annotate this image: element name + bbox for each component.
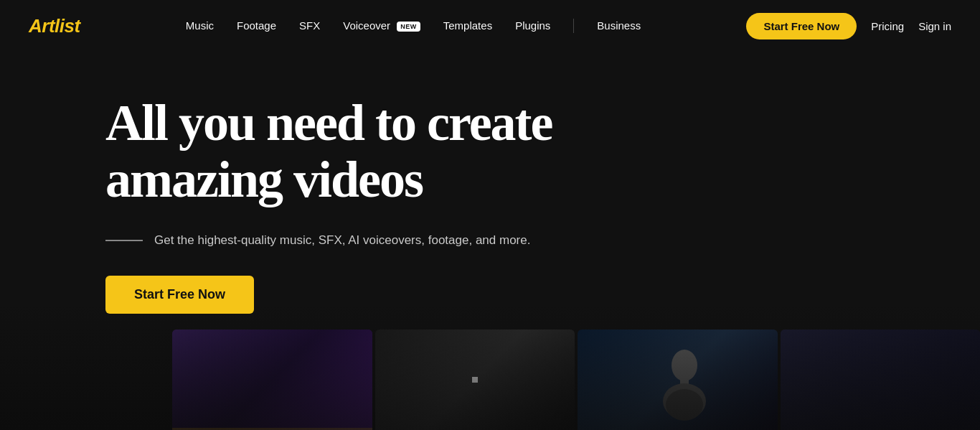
nav-item-music[interactable]: Music	[186, 19, 214, 32]
thumbnail-strip	[0, 315, 980, 430]
hero-section: All you need to create amazing videos Ge…	[0, 52, 980, 430]
nav-item-business[interactable]: Business	[597, 19, 641, 32]
nav-cta-button[interactable]: Start Free Now	[746, 13, 857, 39]
nav-divider	[573, 19, 574, 33]
logo[interactable]: Artlist	[29, 15, 80, 37]
play-dot	[472, 377, 478, 383]
nav-item-voiceover[interactable]: Voiceover NEW	[343, 19, 420, 32]
nav-signin-link[interactable]: Sign in	[918, 20, 951, 32]
nav-pricing-link[interactable]: Pricing	[871, 20, 904, 32]
svg-point-3	[666, 389, 703, 421]
nav-item-templates[interactable]: Templates	[443, 19, 492, 32]
hero-content: All you need to create amazing videos Ge…	[105, 95, 679, 314]
nav-right: Start Free Now Pricing Sign in	[746, 13, 951, 39]
navbar: Artlist Music Footage SFX Voiceover NEW …	[0, 0, 980, 52]
svg-rect-1	[680, 378, 689, 385]
hero-cta-button[interactable]: Start Free Now	[105, 276, 254, 314]
svg-point-2	[663, 383, 706, 419]
svg-point-0	[672, 350, 697, 381]
thumbnail-3	[578, 329, 778, 430]
nav-item-footage[interactable]: Footage	[237, 19, 276, 32]
hero-divider	[105, 240, 143, 241]
person-silhouette-icon	[645, 344, 710, 430]
hero-subtitle: Get the highest-quality music, SFX, AI v…	[154, 231, 530, 250]
thumbnail-2	[375, 329, 575, 430]
nav-item-plugins[interactable]: Plugins	[515, 19, 550, 32]
thumbnail-4	[781, 329, 981, 430]
nav-links: Music Footage SFX Voiceover NEW Template…	[186, 19, 641, 33]
hero-subtitle-row: Get the highest-quality music, SFX, AI v…	[105, 231, 679, 250]
person-silhouette-area	[578, 329, 778, 430]
hero-title: All you need to create amazing videos	[105, 95, 679, 208]
nav-item-sfx[interactable]: SFX	[299, 19, 320, 32]
thumbnail-1	[172, 329, 372, 430]
new-badge: NEW	[397, 22, 420, 32]
